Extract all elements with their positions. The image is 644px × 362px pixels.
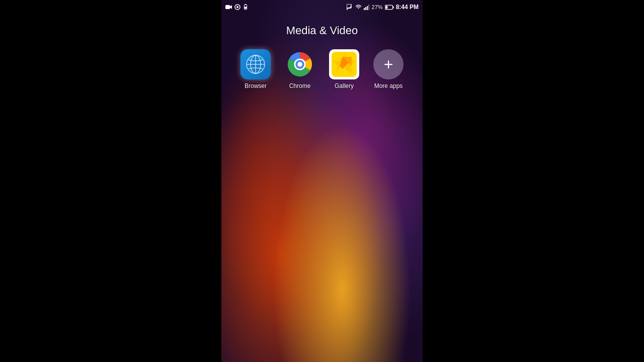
battery-icon bbox=[385, 5, 394, 10]
apps-grid: Browser bbox=[229, 49, 415, 89]
app-chrome[interactable]: Chrome bbox=[282, 49, 318, 89]
status-time: 8:44 PM bbox=[396, 4, 419, 11]
browser-label: Browser bbox=[245, 82, 267, 89]
small-battery-icon bbox=[243, 4, 249, 10]
svg-rect-13 bbox=[393, 6, 394, 8]
chrome-svg bbox=[285, 50, 314, 79]
svg-rect-4 bbox=[245, 4, 247, 5]
status-left-icons bbox=[225, 4, 249, 10]
gallery-svg bbox=[330, 50, 359, 79]
cast-icon bbox=[347, 4, 353, 10]
more-apps-label: More apps bbox=[374, 82, 403, 89]
svg-rect-0 bbox=[225, 5, 230, 9]
more-apps-icon: + bbox=[373, 49, 404, 79]
browser-icon bbox=[240, 49, 271, 79]
gallery-label: Gallery bbox=[335, 82, 354, 89]
svg-point-21 bbox=[297, 62, 302, 67]
svg-point-7 bbox=[347, 9, 348, 10]
plus-icon: + bbox=[384, 56, 393, 72]
chrome-icon bbox=[285, 49, 315, 79]
status-bar: 27% 8:44 PM bbox=[221, 0, 423, 14]
app-more[interactable]: + More apps bbox=[370, 49, 407, 89]
globe-svg bbox=[245, 54, 266, 75]
video-icon bbox=[225, 5, 232, 10]
svg-rect-8 bbox=[364, 8, 365, 10]
vpn-icon bbox=[234, 4, 240, 10]
svg-rect-11 bbox=[368, 5, 369, 10]
chrome-label: Chrome bbox=[289, 82, 311, 89]
svg-point-2 bbox=[236, 6, 238, 8]
svg-rect-10 bbox=[367, 6, 368, 10]
wifi-icon bbox=[355, 5, 362, 10]
screen-content: Media & Video Browser bbox=[221, 14, 423, 100]
folder-title: Media & Video bbox=[229, 24, 415, 37]
signal-icon bbox=[364, 5, 370, 10]
phone-screen: 27% 8:44 PM Media & Video bbox=[221, 0, 423, 362]
black-left-panel bbox=[0, 0, 221, 362]
battery-percent: 27% bbox=[372, 4, 383, 10]
app-gallery[interactable]: Gallery bbox=[326, 49, 362, 89]
gallery-icon bbox=[329, 49, 359, 79]
app-browser[interactable]: Browser bbox=[237, 49, 274, 89]
black-right-panel bbox=[423, 0, 644, 362]
svg-rect-14 bbox=[385, 6, 387, 9]
svg-rect-9 bbox=[365, 7, 366, 10]
svg-rect-5 bbox=[245, 7, 247, 9]
status-right-icons: 27% 8:44 PM bbox=[347, 4, 419, 11]
